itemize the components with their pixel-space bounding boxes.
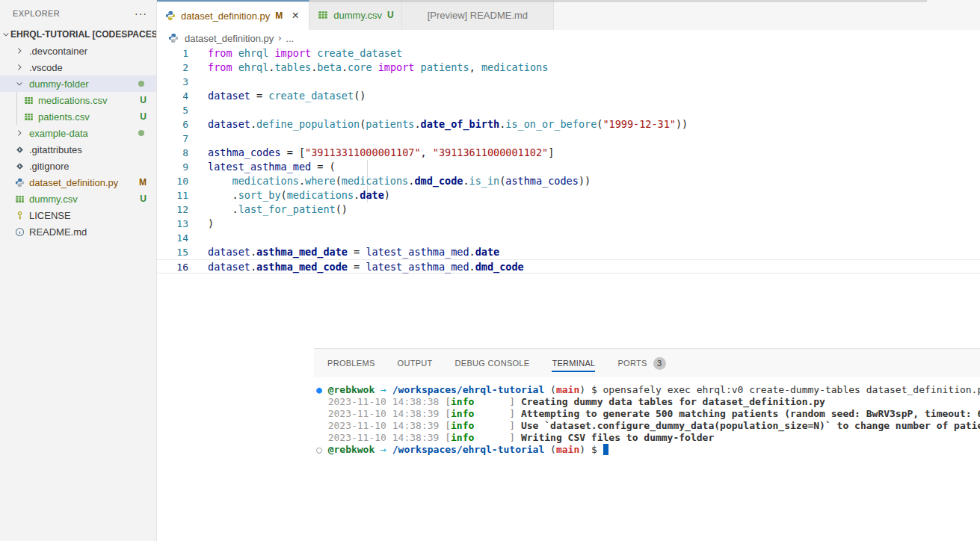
- csv-table-icon: [22, 94, 34, 106]
- git-icon: [13, 160, 25, 172]
- tree-item-gitignore[interactable]: .gitignore: [0, 158, 156, 174]
- code-line-current: 16dataset.asthma_med_code = latest_asthm…: [157, 259, 980, 273]
- info-icon: [13, 226, 25, 238]
- tab-label: dataset_definition.py: [181, 10, 270, 22]
- tab-modified-badge: M: [275, 10, 283, 21]
- line-number: 7: [157, 132, 188, 146]
- line-number: 4: [157, 89, 188, 103]
- panel-tab-output[interactable]: OUTPUT: [398, 349, 433, 377]
- line-number: 3: [157, 75, 188, 89]
- tree-item-label: example-data: [29, 128, 134, 139]
- more-actions-icon[interactable]: ···: [135, 10, 147, 17]
- line-number: 5: [157, 103, 188, 117]
- breadcrumb[interactable]: dataset_definition.py › ...: [157, 30, 980, 46]
- tree-indent-guide: [16, 108, 17, 125]
- csv-table-icon: [317, 9, 329, 21]
- code-line: 8asthma_codes = ["39113311000001107", "3…: [157, 146, 980, 160]
- git-status-badge: U: [140, 111, 147, 122]
- line-number: 11: [157, 188, 188, 203]
- code-line: 10 medications.where(medications.dmd_cod…: [157, 174, 980, 188]
- tree-item-label: dummy-folder: [29, 78, 134, 90]
- panel-tab-label: TERMINAL: [552, 359, 595, 368]
- breadcrumb-file[interactable]: dataset_definition.py: [185, 33, 274, 44]
- git-status-badge: U: [140, 95, 147, 105]
- chevron-down-icon: [1, 30, 10, 39]
- panel-tab-ports[interactable]: PORTS 3: [617, 349, 665, 377]
- terminal-output[interactable]: ● @rebkwok → /workspaces/ehrql-tutorial …: [314, 377, 980, 456]
- line-number: 16: [157, 260, 188, 273]
- tree-item-label: .devcontainer: [29, 46, 156, 57]
- tree-item-dataset-definition-py[interactable]: dataset_definition.py M: [0, 174, 156, 191]
- csv-table-icon: [13, 193, 25, 205]
- tab-label: dummy.csv: [333, 10, 382, 21]
- code-line: 13): [157, 217, 980, 231]
- tab-untracked-badge: U: [387, 10, 394, 20]
- tree-item-label: dataset_definition.py: [29, 177, 135, 188]
- line-number: 13: [157, 217, 188, 231]
- line-number: 1: [157, 46, 188, 61]
- tab-dummy-csv[interactable]: dummy.csv U: [309, 0, 401, 30]
- python-icon: [13, 176, 25, 188]
- tree-item-license[interactable]: LICENSE: [0, 207, 156, 223]
- tree-item-vscode[interactable]: .vscode: [0, 59, 156, 75]
- panel-tab-label: OUTPUT: [398, 359, 433, 368]
- code-line: 14: [157, 231, 980, 245]
- terminal-line: ○ @rebkwok → /workspaces/ehrql-tutorial …: [316, 444, 980, 456]
- tree-item-patients-csv[interactable]: patients.csv U: [0, 108, 156, 125]
- tree-item-medications-csv[interactable]: medications.csv U: [0, 92, 156, 108]
- line-number: 2: [157, 61, 188, 75]
- git-icon: [13, 143, 25, 155]
- code-line: 5: [157, 103, 980, 117]
- panel-tab-problems[interactable]: PROBLEMS: [327, 349, 375, 377]
- tab-label: [Preview] README.md: [428, 10, 528, 21]
- tree-item-dummy-csv[interactable]: dummy.csv U: [0, 191, 156, 207]
- panel-tab-label: PORTS: [617, 359, 647, 368]
- line-number: 6: [157, 117, 188, 132]
- terminal-line: 2023-11-10 14:38:39 [info ] Writing CSV …: [316, 432, 980, 444]
- tree-item-label: medications.csv: [38, 95, 135, 106]
- line-number: 9: [157, 160, 188, 174]
- tab-dataset-definition-py[interactable]: dataset_definition.py M ×: [157, 0, 309, 30]
- panel-tab-label: PROBLEMS: [327, 359, 375, 368]
- terminal-line: 2023-11-10 14:38:39 [info ] Use `dataset…: [316, 420, 980, 432]
- chevron-right-icon: [13, 61, 25, 73]
- tabbar-scrollbar[interactable]: [157, 0, 927, 2]
- code-line: 2from ehrql.tables.beta.core import pati…: [157, 61, 980, 75]
- chevron-down-icon: [13, 78, 25, 90]
- tree-item-label: LICENSE: [29, 210, 156, 221]
- explorer-header: EXPLORER ···: [0, 0, 156, 26]
- panel-tab-debug-console[interactable]: DEBUG CONSOLE: [455, 349, 530, 377]
- tree-item-gitattributes[interactable]: .gitattributes: [0, 141, 156, 158]
- key-license-icon: [13, 209, 25, 221]
- chevron-right-icon: ›: [278, 33, 281, 43]
- workspace-root-label: EHRQL-TUTORIAL [CODESPACES:...: [10, 29, 156, 40]
- terminal-line: ● @rebkwok → /workspaces/ehrql-tutorial …: [316, 384, 980, 396]
- python-icon: [168, 32, 180, 44]
- line-number: 15: [157, 245, 188, 259]
- panel-tab-label: DEBUG CONSOLE: [455, 359, 530, 368]
- tree-item-label: dummy.csv: [29, 194, 135, 205]
- code-line: 7: [157, 132, 980, 146]
- close-icon[interactable]: ×: [289, 10, 301, 21]
- workspace-root-row[interactable]: EHRQL-TUTORIAL [CODESPACES:...: [0, 26, 156, 43]
- terminal-line: 2023-11-10 14:38:39 [info ] Attempting t…: [316, 408, 980, 420]
- code-line: 4dataset = create_dataset(): [157, 89, 980, 103]
- tree-item-readme[interactable]: README.md: [0, 223, 156, 240]
- breadcrumb-symbol[interactable]: ...: [286, 33, 294, 44]
- editor-tabbar: dataset_definition.py M × dummy.csv U [P…: [157, 0, 980, 30]
- line-number: 14: [157, 231, 188, 245]
- panel-tab-terminal[interactable]: TERMINAL: [552, 349, 595, 377]
- tree-item-dummy-folder[interactable]: dummy-folder: [0, 75, 156, 92]
- tab-readme-preview[interactable]: [Preview] README.md: [402, 0, 554, 30]
- untracked-dot-badge: [138, 81, 144, 87]
- csv-table-icon: [22, 111, 34, 123]
- code-editor[interactable]: 1from ehrql import create_dataset 2from …: [157, 46, 980, 348]
- editor-group: dataset_definition.py M × dummy.csv U [P…: [157, 0, 980, 541]
- tree-item-example-data[interactable]: example-data: [0, 125, 156, 141]
- line-number: 10: [157, 174, 188, 188]
- tree-item-devcontainer[interactable]: .devcontainer: [0, 43, 156, 59]
- chevron-right-icon: [13, 45, 25, 57]
- tree-item-label: patients.csv: [38, 111, 135, 123]
- code-line: 3: [157, 75, 980, 89]
- terminal-line: 2023-11-10 14:38:38 [info ] Creating dum…: [316, 396, 980, 408]
